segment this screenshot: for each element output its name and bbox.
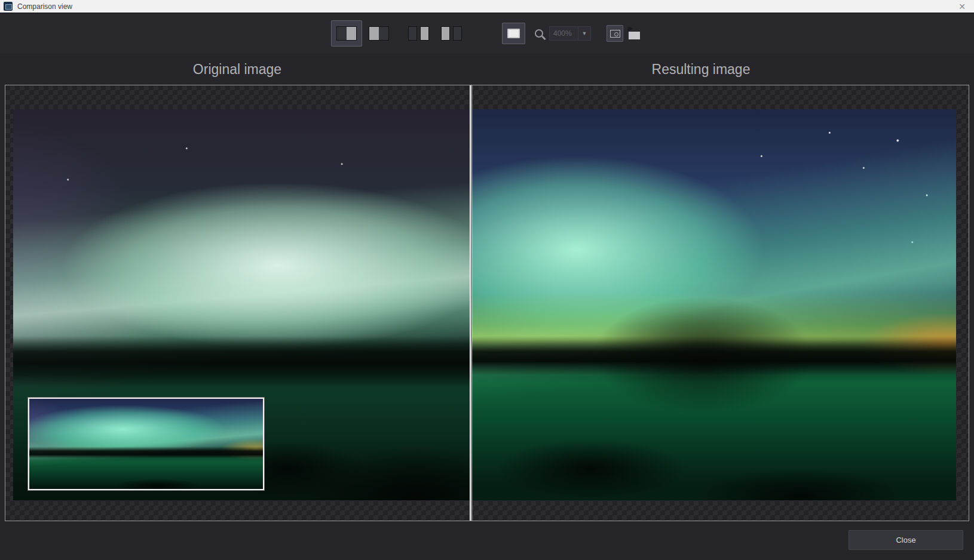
pan-mode-button[interactable] xyxy=(626,25,643,42)
navigator-thumbnail[interactable] xyxy=(28,398,264,490)
resulting-image-half xyxy=(470,109,956,500)
toolbar: 400% ▼ xyxy=(0,14,974,53)
original-image-label: Original image xyxy=(5,59,470,80)
navigator-preview-icon xyxy=(507,29,520,38)
window-close-icon[interactable]: ✕ xyxy=(958,2,966,11)
view-mode-side-by-side-original-left-button[interactable] xyxy=(403,20,434,47)
navigator-toggle-button[interactable] xyxy=(502,23,525,44)
app-icon xyxy=(4,2,13,11)
split-view-original-left-icon xyxy=(336,26,357,41)
panel-labels: Original image Resulting image xyxy=(5,59,969,80)
pan-cursor-icon xyxy=(629,32,640,39)
close-button[interactable]: Close xyxy=(849,530,963,550)
comparison-viewport[interactable] xyxy=(5,85,969,521)
comparison-view-window: Comparison view ✕ xyxy=(0,0,974,560)
chevron-down-icon: ▼ xyxy=(582,30,587,36)
view-mode-side-by-side-original-right-button[interactable] xyxy=(436,20,467,47)
window-title: Comparison view xyxy=(17,2,72,11)
fit-to-view-button[interactable] xyxy=(607,25,623,42)
split-divider-handle[interactable] xyxy=(470,85,472,521)
resulting-image-label: Resulting image xyxy=(470,59,969,80)
view-mode-split-original-right-button[interactable] xyxy=(363,20,394,47)
side-by-side-original-right-icon xyxy=(441,26,462,41)
fit-view-icon xyxy=(610,30,620,38)
view-mode-split-original-left-button[interactable] xyxy=(331,20,362,47)
zoom-level-input[interactable]: 400% xyxy=(549,26,578,41)
side-by-side-original-left-icon xyxy=(408,26,429,41)
magnifier-icon xyxy=(535,29,543,38)
titlebar: Comparison view ✕ xyxy=(0,0,974,13)
zoom-level-value: 400% xyxy=(553,29,572,38)
zoom-level-dropdown-button[interactable]: ▼ xyxy=(578,26,591,41)
split-view-original-right-icon xyxy=(369,26,389,41)
